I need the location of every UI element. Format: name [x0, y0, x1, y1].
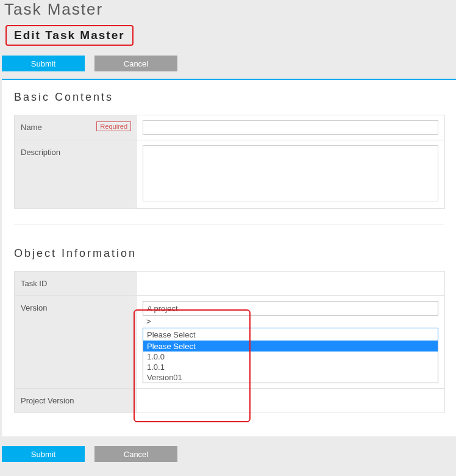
- version-field-cell: A project > Please Select Please Select …: [137, 296, 445, 389]
- taskid-label: Task ID: [15, 272, 137, 296]
- description-field-cell: [137, 140, 445, 209]
- description-label: Description: [21, 148, 60, 157]
- version-label: Version: [15, 296, 137, 389]
- taskid-row: Task ID: [15, 272, 445, 296]
- submit-button-top[interactable]: Submit: [2, 56, 85, 71]
- object-form-table: Task ID Version A project > Please Selec…: [14, 271, 445, 413]
- section-divider: [14, 225, 444, 225]
- version-gt-line: >: [143, 316, 438, 328]
- name-field-cell: [137, 115, 445, 140]
- project-version-row: Project Version: [15, 389, 445, 413]
- content-panel: Basic Contents Name Required Description: [2, 79, 456, 436]
- object-info-title: Object Information: [14, 247, 445, 260]
- description-label-cell: Description: [15, 140, 137, 209]
- version-option-please-select[interactable]: Please Select: [143, 341, 438, 352]
- name-label: Name: [21, 123, 42, 132]
- subtitle-text: Edit Task Master: [14, 29, 125, 42]
- cancel-button-bottom[interactable]: Cancel: [94, 446, 177, 462]
- version-dropdown-list: Please Select 1.0.0 1.0.1 Version01: [143, 341, 438, 383]
- required-badge: Required: [96, 121, 131, 131]
- version-select-closed[interactable]: Please Select: [143, 328, 438, 341]
- version-project-box[interactable]: A project: [143, 301, 438, 316]
- version-option-1-0-1[interactable]: 1.0.1: [143, 362, 438, 372]
- basic-form-table: Name Required Description: [14, 115, 445, 209]
- taskid-field-cell: [137, 272, 445, 296]
- description-row: Description: [15, 140, 445, 209]
- project-version-label: Project Version: [15, 389, 137, 413]
- cancel-button-top[interactable]: Cancel: [94, 56, 177, 71]
- project-version-field-cell: [137, 389, 445, 413]
- name-input[interactable]: [143, 120, 438, 135]
- version-option-1-0-0[interactable]: 1.0.0: [143, 352, 438, 362]
- page-title: Task Master: [4, 0, 456, 19]
- top-button-row: Submit Cancel: [2, 56, 456, 71]
- object-info-section: Object Information Task ID Version A pro…: [2, 236, 456, 418]
- name-label-cell: Name Required: [15, 115, 137, 140]
- subtitle-highlight: Edit Task Master: [5, 25, 134, 46]
- basic-contents-title: Basic Contents: [14, 91, 445, 104]
- version-option-version01[interactable]: Version01: [143, 372, 438, 383]
- submit-button-bottom[interactable]: Submit: [2, 446, 85, 462]
- name-row: Name Required: [15, 115, 445, 140]
- description-textarea[interactable]: [143, 145, 438, 201]
- version-row: Version A project > Please Select Please…: [15, 296, 445, 389]
- bottom-button-row: Submit Cancel: [2, 436, 456, 476]
- basic-contents-section: Basic Contents Name Required Description: [2, 80, 456, 214]
